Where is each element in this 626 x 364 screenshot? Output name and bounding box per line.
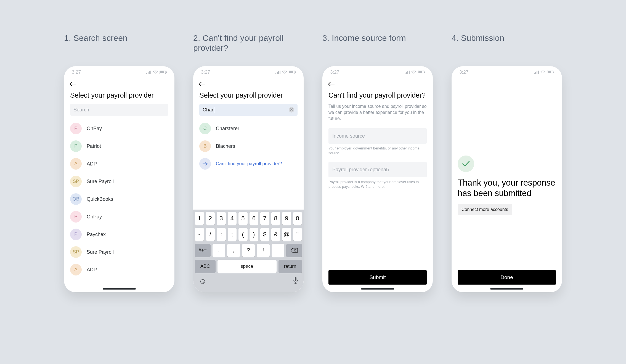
key[interactable]: " — [293, 228, 302, 241]
key[interactable]: : — [217, 228, 226, 241]
submit-button[interactable]: Submit — [328, 270, 427, 285]
svg-rect-27 — [548, 71, 551, 73]
provider-list-item[interactable]: POnPay — [70, 208, 168, 226]
provider-list-item[interactable]: QBQuickBooks — [70, 190, 168, 208]
key[interactable]: $ — [260, 228, 269, 241]
battery-icon — [160, 71, 167, 74]
statusbar: 3:27 — [64, 66, 174, 78]
provider-label: Sure Payroll — [87, 179, 114, 184]
key[interactable]: ' — [272, 244, 285, 257]
provider-label: Sure Payroll — [87, 249, 114, 255]
key[interactable]: 6 — [250, 212, 259, 225]
home-indicator[interactable] — [490, 288, 523, 290]
provider-badge: B — [199, 140, 211, 152]
done-button[interactable]: Done — [458, 270, 556, 285]
svg-rect-25 — [538, 71, 539, 74]
key[interactable]: 0 — [293, 212, 302, 225]
check-icon — [458, 156, 474, 172]
status-time: 3:27 — [72, 69, 81, 75]
svg-rect-2 — [149, 71, 150, 74]
key[interactable]: ! — [257, 244, 270, 257]
key[interactable]: ( — [238, 228, 248, 241]
provider-list-item[interactable]: POnPay — [70, 120, 168, 137]
key-backspace[interactable] — [286, 244, 302, 257]
key[interactable]: 4 — [228, 212, 237, 225]
key[interactable]: 1 — [195, 212, 204, 225]
key[interactable]: , — [227, 244, 240, 257]
provider-label: QuickBooks — [87, 196, 113, 202]
cant-find-link[interactable]: Can't find your payroll provider? — [199, 155, 298, 173]
provider-list-item[interactable]: AADP — [70, 155, 168, 173]
svg-rect-14 — [295, 277, 296, 281]
page-title: Select your payroll provider — [199, 91, 298, 99]
key[interactable]: - — [195, 228, 204, 241]
statusbar: 3:27 — [193, 66, 304, 78]
provider-list-item[interactable]: AADP — [70, 261, 168, 279]
key[interactable]: ) — [250, 228, 259, 241]
search-placeholder: Search — [73, 107, 165, 113]
key-symbols[interactable]: #+= — [195, 244, 211, 257]
wifi-icon — [540, 71, 545, 74]
provider-list-item[interactable]: CCharsterer — [199, 120, 298, 137]
provider-list-item[interactable]: SPSure Payroll — [70, 243, 168, 261]
provider-list-item[interactable]: SPSure Payroll — [70, 173, 168, 190]
search-input[interactable]: Search — [70, 104, 168, 116]
provider-badge: P — [70, 211, 82, 223]
back-arrow-icon[interactable] — [70, 82, 76, 86]
svg-rect-9 — [278, 71, 279, 74]
battery-icon — [289, 71, 296, 74]
payroll-provider-field[interactable]: Payroll provider (optional) — [328, 162, 427, 177]
key[interactable]: ; — [228, 228, 237, 241]
back-arrow-icon[interactable] — [199, 82, 205, 86]
provider-badge: P — [70, 123, 82, 134]
provider-list-item[interactable]: PPatriot — [70, 137, 168, 155]
home-indicator[interactable] — [103, 288, 136, 290]
key[interactable]: / — [206, 228, 215, 241]
statusbar: 3:27 — [322, 66, 433, 78]
back-arrow-icon[interactable] — [328, 82, 335, 86]
key-return[interactable]: return — [278, 260, 302, 273]
provider-badge: C — [199, 123, 211, 134]
search-input[interactable]: Char — [199, 104, 298, 116]
key-abc[interactable]: ABC — [195, 260, 216, 273]
wifi-icon — [411, 71, 416, 74]
key[interactable]: . — [213, 244, 226, 257]
provider-badge: SP — [70, 246, 82, 258]
signal-icon — [534, 71, 539, 74]
thank-you-heading: Thank you, your response has been submit… — [458, 178, 556, 199]
provider-list-item[interactable]: PPaychex — [70, 226, 168, 243]
mic-icon[interactable] — [293, 277, 298, 286]
provider-label: Charsterer — [216, 126, 239, 132]
battery-icon — [547, 71, 554, 74]
wifi-icon — [282, 71, 287, 74]
provider-badge: P — [70, 140, 82, 152]
emoji-icon[interactable]: ☺ — [199, 277, 207, 286]
provider-helper: Payroll provider is a company that your … — [328, 180, 427, 189]
home-indicator[interactable] — [361, 288, 394, 290]
svg-rect-17 — [407, 71, 408, 74]
key[interactable]: & — [271, 228, 280, 241]
svg-rect-21 — [424, 71, 425, 73]
key[interactable]: @ — [282, 228, 291, 241]
phone-cant-find: 3:27 Select your payroll provider Char — [193, 66, 304, 292]
clear-icon[interactable] — [289, 107, 294, 113]
svg-rect-12 — [289, 71, 293, 73]
provider-label: Paychex — [87, 232, 106, 237]
key-space[interactable]: space — [217, 260, 277, 273]
key[interactable]: 5 — [238, 212, 248, 225]
key[interactable]: 9 — [282, 212, 291, 225]
signal-icon — [405, 71, 410, 74]
provider-badge: A — [70, 264, 82, 275]
key[interactable]: 3 — [217, 212, 226, 225]
key[interactable]: 8 — [271, 212, 280, 225]
svg-rect-5 — [160, 71, 164, 73]
connect-more-button[interactable]: Connect more accounts — [458, 204, 512, 215]
column-title-2: 2. Can't find your payroll provider? — [193, 33, 304, 58]
income-placeholder: Income source — [332, 133, 365, 139]
key[interactable]: ? — [242, 244, 255, 257]
income-source-field[interactable]: Income source — [328, 128, 427, 144]
key[interactable]: 2 — [206, 212, 215, 225]
provider-list-item[interactable]: BBlachers — [199, 137, 298, 155]
provider-label: OnPay — [87, 126, 102, 132]
key[interactable]: 7 — [260, 212, 269, 225]
